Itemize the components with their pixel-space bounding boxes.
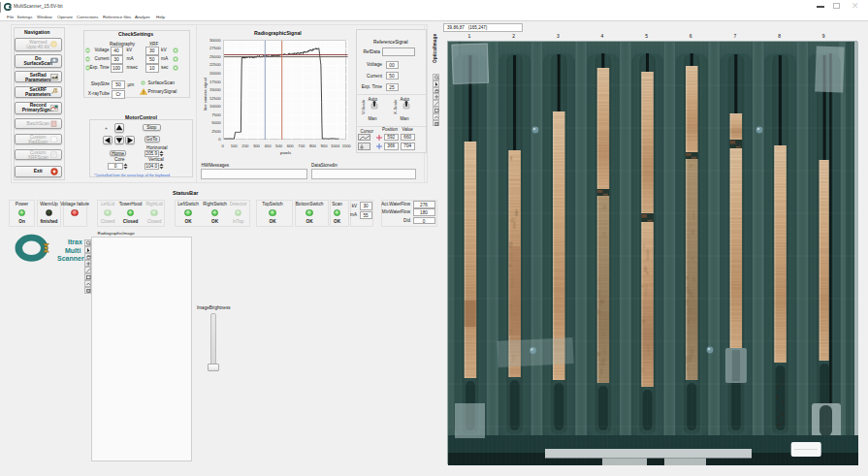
svg-text:Scanner: Scanner [57,255,84,262]
svg-text:Multi: Multi [65,246,80,253]
svg-text:Itrax: Itrax [68,238,82,245]
